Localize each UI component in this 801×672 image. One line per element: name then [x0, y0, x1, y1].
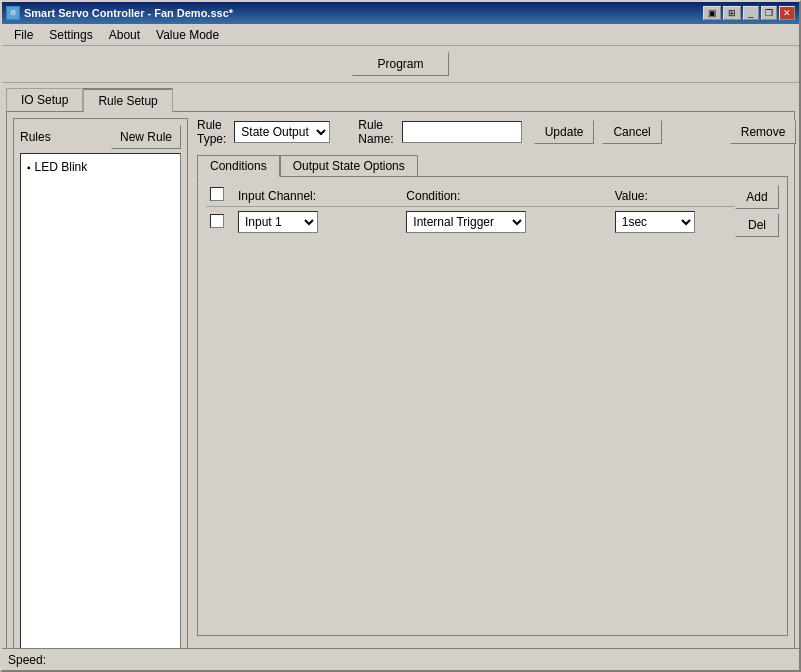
condition-header: Condition:	[406, 189, 460, 203]
table-row: Input 1 Input 2 Input 3 Internal Trigger…	[206, 207, 779, 237]
condition-table-header: Input Channel: Condition: Value:	[206, 185, 779, 207]
tree-item-label: LED Blink	[35, 160, 88, 174]
right-panel: Rule Type: State Output Value Output Sta…	[197, 118, 788, 658]
rules-header: Rules New Rule	[20, 125, 181, 149]
input-channel-select[interactable]: Input 1 Input 2 Input 3	[238, 211, 318, 233]
menu-value-mode[interactable]: Value Mode	[148, 26, 227, 44]
app-icon: ⚙	[6, 6, 20, 20]
rules-panel: Rules New Rule ▪ LED Blink	[13, 118, 188, 658]
title-bar: ⚙ Smart Servo Controller - Fan Demo.ssc*…	[2, 2, 799, 24]
input-channel-header: Input Channel:	[238, 189, 316, 203]
remove-button[interactable]: Remove	[730, 120, 797, 144]
rule-form-row: Rule Type: State Output Value Output Sta…	[197, 118, 788, 146]
sub-tabs: Conditions Output State Options	[197, 154, 788, 176]
value-header: Value:	[615, 189, 648, 203]
toolbar: Program	[2, 46, 799, 83]
condition-table: Input Channel: Condition: Value:	[206, 185, 779, 237]
extra-btn-2[interactable]: ⊞	[723, 6, 741, 20]
rules-tree: ▪ LED Blink	[20, 153, 181, 649]
tab-content: Rules New Rule ▪ LED Blink Rule Type: St…	[6, 111, 795, 666]
rule-name-label: Rule Name:	[358, 118, 393, 146]
tab-conditions[interactable]: Conditions	[197, 155, 280, 177]
condition-select[interactable]: Internal Trigger High Low Rising Edge Fa…	[406, 211, 526, 233]
tab-output-state-options[interactable]: Output State Options	[280, 155, 418, 177]
speed-label: Speed:	[8, 653, 46, 667]
rule-type-label: Rule Type:	[197, 118, 226, 146]
rule-type-select[interactable]: State Output Value Output State Input	[234, 121, 330, 143]
menu-about[interactable]: About	[101, 26, 148, 44]
minimize-button[interactable]: _	[743, 6, 759, 20]
close-button[interactable]: ✕	[779, 6, 795, 20]
cancel-button[interactable]: Cancel	[602, 120, 661, 144]
program-button[interactable]: Program	[352, 52, 448, 76]
row-checkbox[interactable]	[210, 214, 224, 228]
tab-io-setup[interactable]: IO Setup	[6, 88, 83, 112]
extra-btn-1[interactable]: ▣	[703, 6, 721, 20]
new-rule-button[interactable]: New Rule	[111, 125, 181, 149]
menu-settings[interactable]: Settings	[41, 26, 100, 44]
menu-bar: File Settings About Value Mode	[2, 24, 799, 46]
status-bar: Speed:	[2, 648, 799, 670]
tree-expand-icon: ▪	[27, 162, 31, 173]
rules-label: Rules	[20, 130, 51, 144]
window-title: Smart Servo Controller - Fan Demo.ssc*	[24, 7, 233, 19]
menu-file[interactable]: File	[6, 26, 41, 44]
rule-name-input[interactable]: LED Blink	[402, 121, 522, 143]
del-button[interactable]: Del	[735, 213, 779, 237]
window-controls: ▣ ⊞ _ ❐ ✕	[703, 6, 795, 20]
add-del-buttons: Add Del	[735, 185, 779, 237]
value-select[interactable]: 1sec 2sec 500ms 250ms	[615, 211, 695, 233]
list-item[interactable]: ▪ LED Blink	[25, 158, 176, 176]
restore-button[interactable]: ❐	[761, 6, 777, 20]
main-tabs: IO Setup Rule Setup	[6, 87, 795, 111]
add-button[interactable]: Add	[735, 185, 779, 209]
header-checkbox[interactable]	[210, 187, 224, 201]
tab-rule-setup[interactable]: Rule Setup	[83, 88, 172, 112]
update-button[interactable]: Update	[534, 120, 595, 144]
conditions-content: Add Del Input Channel:	[197, 176, 788, 636]
